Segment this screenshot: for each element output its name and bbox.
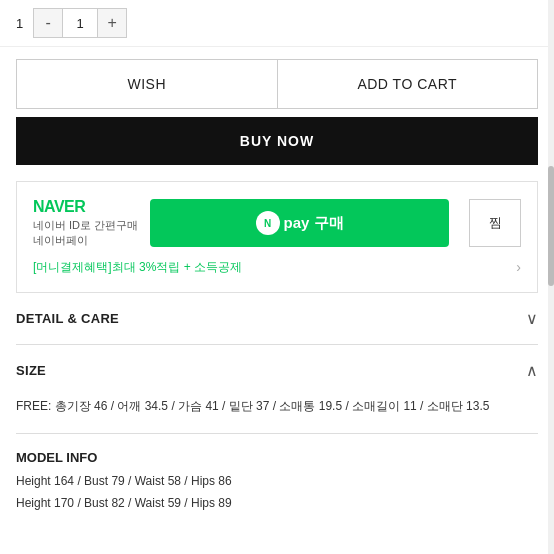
npay-buy-button[interactable]: N pay 구매 — [150, 199, 449, 247]
quantity-controls: - 1 + — [33, 8, 127, 38]
quantity-display: 1 — [62, 9, 98, 37]
buy-now-button[interactable]: BUY NOW — [16, 117, 538, 165]
size-accordion[interactable]: SIZE ∧ FREE: 총기장 46 / 어깨 34.5 / 가슴 41 / … — [16, 345, 538, 435]
detail-care-header[interactable]: DETAIL & CARE ∨ — [16, 293, 538, 344]
naver-pay-top: NAVER 네이버 ID로 간편구매 네이버페이 N pay 구매 찜 — [33, 198, 521, 249]
size-title: SIZE — [16, 363, 46, 378]
model-info-line2: Height 170 / Bust 82 / Waist 59 / Hips 8… — [16, 493, 538, 515]
quantity-plus-button[interactable]: + — [98, 9, 126, 37]
quantity-label: 1 — [16, 16, 23, 31]
scrollbar-track — [548, 0, 554, 554]
zzim-button[interactable]: 찜 — [469, 199, 521, 247]
size-chevron-icon: ∧ — [526, 361, 538, 380]
quantity-row: 1 - 1 + — [0, 0, 554, 47]
detail-care-chevron-icon: ∨ — [526, 309, 538, 328]
add-to-cart-button[interactable]: ADD TO CART — [278, 60, 538, 108]
npay-icon: N — [256, 211, 280, 235]
naver-logo: NAVER — [33, 198, 138, 216]
npay-button-text: pay 구매 — [284, 214, 344, 233]
wish-button[interactable]: WISH — [17, 60, 278, 108]
naver-info: NAVER 네이버 ID로 간편구매 네이버페이 — [33, 198, 138, 249]
money-benefit-text: [머니결제혜택]최대 3%적립 + 소득공제 — [33, 259, 242, 276]
wish-cart-buttons: WISH ADD TO CART — [16, 59, 538, 109]
free-size-text: FREE: 총기장 46 / 어깨 34.5 / 가슴 41 / 밑단 37 /… — [16, 396, 538, 418]
naver-pay-section: NAVER 네이버 ID로 간편구매 네이버페이 N pay 구매 찜 [머니결… — [16, 181, 538, 293]
money-benefit-row[interactable]: [머니결제혜택]최대 3%적립 + 소득공제 › — [33, 259, 521, 276]
detail-care-accordion[interactable]: DETAIL & CARE ∨ — [16, 293, 538, 345]
size-header[interactable]: SIZE ∧ — [16, 345, 538, 396]
size-content: FREE: 총기장 46 / 어깨 34.5 / 가슴 41 / 밑단 37 /… — [16, 396, 538, 434]
model-info-title: MODEL INFO — [16, 450, 538, 465]
model-info-line1: Height 164 / Bust 79 / Waist 58 / Hips 8… — [16, 471, 538, 493]
quantity-minus-button[interactable]: - — [34, 9, 62, 37]
scrollbar-thumb[interactable] — [548, 166, 554, 286]
benefit-arrow-icon: › — [516, 259, 521, 275]
naver-sub-text: 네이버 ID로 간편구매 네이버페이 — [33, 218, 138, 249]
detail-care-title: DETAIL & CARE — [16, 311, 119, 326]
model-info-section: MODEL INFO Height 164 / Bust 79 / Waist … — [0, 434, 554, 514]
